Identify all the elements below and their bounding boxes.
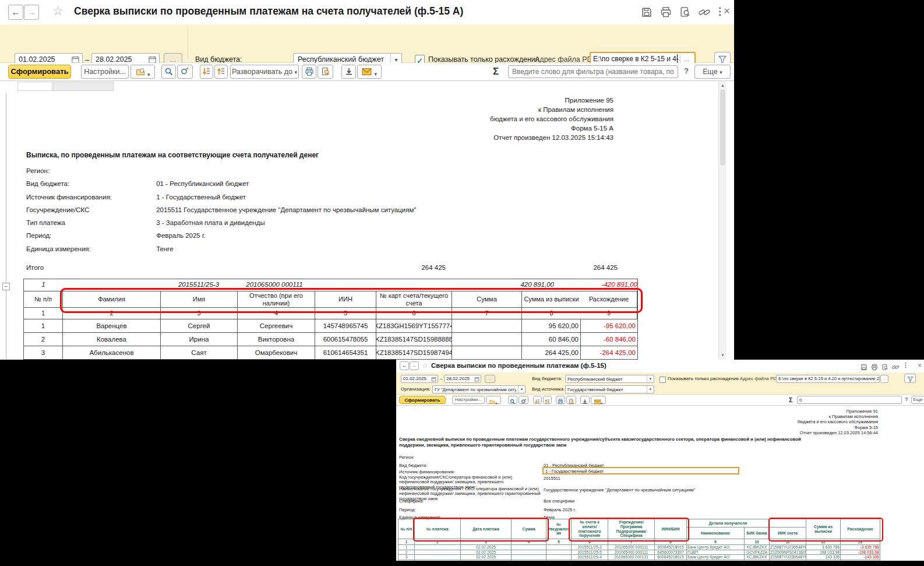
generate-button[interactable]: Сформировать	[8, 65, 71, 79]
preview-toolbar-button[interactable]	[318, 65, 333, 79]
cell-payment-num	[415, 550, 461, 555]
report-field-row: Регион:	[26, 167, 609, 180]
favorite-star-icon[interactable]: ☆	[52, 4, 64, 18]
date-to-field[interactable]: 28.02.2025	[444, 375, 481, 383]
save-file-button[interactable]	[580, 396, 590, 404]
table-row[interactable]: 3 02.02.2025 2015511/25-4 201065000 0001…	[398, 555, 880, 560]
group-summary-row[interactable]: 1 2015511/25-3 201065000 000111 420 891,…	[23, 279, 638, 291]
quick-filter-input[interactable]	[508, 65, 678, 78]
cell-patronymic: Викторовна	[238, 333, 315, 346]
help-button[interactable]: ?	[905, 396, 908, 402]
print-button[interactable]	[871, 363, 878, 373]
send-email-button[interactable]: ▾	[357, 65, 382, 79]
table-row[interactable]: 1 02.02.2025 2015511/25-3 201065000 0001…	[398, 545, 880, 550]
expand-groups-button[interactable]	[543, 396, 552, 404]
save-file-button[interactable]	[341, 65, 356, 79]
cell-sum	[512, 560, 546, 561]
print-button[interactable]	[660, 6, 672, 18]
save-button[interactable]	[860, 363, 867, 373]
collapse-groups-button[interactable]	[533, 396, 542, 404]
calendar-icon[interactable]	[474, 377, 479, 383]
cell-notification	[546, 555, 572, 560]
report-field-value: 01 - Республиканский бюджет	[156, 180, 249, 187]
pdf-path-field[interactable]: E:\по сверке в К2 5-15 и 4-20 и	[593, 55, 679, 63]
cell-iin-bin: 600845218015	[655, 545, 687, 550]
chevron-down-icon[interactable]: ▾	[647, 386, 654, 393]
scroll-up-icon[interactable]: ▲	[719, 82, 726, 89]
chevron-down-icon[interactable]: ▾	[518, 386, 525, 393]
favorite-star-icon[interactable]: ☆	[422, 361, 428, 370]
cell-account: KZ18385147SD15988888	[376, 333, 452, 346]
cell-notification	[546, 560, 572, 561]
only-differences-label[interactable]: Показывать только расхождения	[428, 55, 539, 64]
field-period-label: Период:	[399, 507, 415, 512]
group-collapse-toggle[interactable]: −	[2, 283, 10, 290]
only-differences-checkbox[interactable]	[660, 377, 666, 383]
find-next-button[interactable]	[177, 65, 193, 79]
expand-groups-button[interactable]	[214, 65, 228, 79]
settings-button[interactable]: Настройки...	[452, 396, 485, 404]
scroll-down-icon[interactable]: ▼	[719, 351, 726, 359]
table-row[interactable]: 2 02.02.2025 2015511/25-5 201065000 0001…	[398, 550, 880, 555]
payments-table: № п/п № платежа Дата платежа Сумма № Уве…	[398, 519, 880, 561]
pdf-path-field[interactable]: E:\по сверке в К2 5-15 и 4-20 и пр\тести…	[776, 375, 880, 383]
cell-surname: Ковалева	[63, 333, 161, 346]
pdf-path-browse-button[interactable]: ...	[880, 375, 888, 383]
funding-source-combo[interactable]: Государственный бюджет ▾	[565, 385, 654, 393]
find-next-button[interactable]	[519, 396, 528, 404]
expand-to-button[interactable]: Разворачивать до ▾	[230, 65, 299, 79]
print-toolbar-button[interactable]	[302, 65, 316, 79]
find-button[interactable]	[161, 65, 176, 79]
collapse-groups-button[interactable]	[200, 65, 213, 79]
calendar-icon[interactable]	[431, 377, 436, 383]
nav-back-button[interactable]: ←	[8, 5, 23, 20]
find-button[interactable]	[508, 396, 517, 404]
cell-row-num: 3	[24, 346, 63, 360]
cell-difference: -14 405,4	[841, 560, 880, 561]
chevron-down-icon[interactable]: ▾	[647, 375, 654, 382]
header-sum: Сумма	[512, 519, 546, 539]
generate-button[interactable]: Сформировать	[399, 396, 446, 404]
print-toolbar-button[interactable]	[556, 396, 565, 404]
report-field-label: Регион:	[26, 167, 154, 174]
preview-icon	[569, 399, 574, 405]
more-actions-button[interactable]: Еще ▾	[911, 396, 924, 404]
send-email-button[interactable]: ▾	[591, 396, 606, 404]
settings-button[interactable]: Настройки...	[81, 65, 129, 79]
only-differences-label[interactable]: Показывать только расхождения	[668, 376, 739, 381]
pdf-path-browse-button[interactable]: ...	[680, 55, 693, 63]
preview-button[interactable]	[679, 6, 691, 18]
report-variants-button[interactable]: ▾	[131, 65, 155, 79]
nav-back-button[interactable]: ←	[400, 361, 409, 370]
help-button[interactable]: ?	[684, 66, 689, 75]
nav-forward-button[interactable]: →	[410, 361, 419, 370]
cell-payment-date: 02.02.2025	[461, 560, 512, 561]
close-button[interactable]: ×	[918, 361, 922, 370]
scroll-thumb[interactable]	[720, 90, 725, 166]
selected-source-cell[interactable]: 1 - Государственный бюджет	[542, 467, 739, 474]
chevron-down-icon: ▾	[601, 402, 602, 405]
preview-toolbar-button[interactable]	[566, 396, 576, 404]
sum-value-input[interactable]	[797, 396, 902, 404]
cell-statement-sum: 143 335	[806, 555, 841, 560]
filter-settings-button[interactable]	[904, 374, 916, 383]
more-actions-button[interactable]: Еще ▾	[694, 65, 731, 79]
report-variants-button[interactable]: ▾	[486, 396, 501, 404]
cell-row-num: 2	[24, 333, 63, 346]
vertical-scrollbar[interactable]: ▲ ▼	[718, 81, 726, 360]
more-menu-button[interactable]: ⋮	[902, 361, 909, 369]
save-button[interactable]	[641, 6, 653, 18]
payments-table: № п/пФамилияИмяОтчество (при его наличии…	[23, 291, 638, 360]
organization-combo[interactable]: ГУ "Департамент по чрезвычайным ситуация…	[432, 385, 526, 393]
get-link-button[interactable]	[699, 6, 710, 18]
preview-button[interactable]	[881, 363, 888, 373]
cell-statement-sum: 3 639 786	[806, 545, 841, 550]
header-recipient-name: Наименование	[687, 528, 745, 539]
budget-type-combo[interactable]: Республиканский бюджет ▾	[565, 375, 654, 383]
date-from-field[interactable]: 01.02.2025	[401, 375, 438, 383]
date-period-picker-button[interactable]: ...	[485, 375, 495, 383]
close-button[interactable]: ×	[724, 5, 730, 17]
nav-forward-button[interactable]: →	[24, 5, 39, 20]
table-row[interactable]: 4 02.02.2025 2015511/25-6 201065000 0001…	[398, 560, 880, 561]
get-link-button[interactable]	[892, 363, 899, 373]
